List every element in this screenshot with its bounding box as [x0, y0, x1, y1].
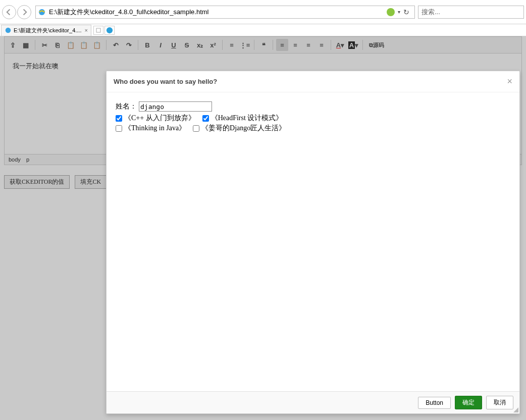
name-input[interactable] — [139, 101, 212, 112]
dialog-title: Who does you want to say hello? — [114, 78, 217, 85]
dialog-footer: Button 确定 取消 — [107, 391, 519, 413]
resize-grip[interactable] — [512, 406, 518, 412]
option-1-label: 《C++ 从入门到放弃》 — [124, 114, 195, 123]
security-icon — [387, 8, 395, 16]
search-placeholder: 搜索... — [422, 8, 440, 17]
tab-strip: E:\新建文件夹\ckeditor_4.... × — [0, 24, 526, 36]
svg-rect-2 — [96, 28, 100, 32]
forward-button[interactable] — [17, 5, 31, 19]
option-2-checkbox[interactable] — [202, 115, 209, 122]
address-bar[interactable]: E:\新建文件夹\ckeditor_4.8.0_full\ckeditor_sa… — [35, 6, 415, 19]
search-input[interactable]: 搜索... — [418, 6, 524, 19]
option-4-label: 《姜哥的Django匠人生活》 — [201, 124, 286, 133]
name-label: 姓名： — [116, 102, 137, 111]
dialog-header: Who does you want to say hello? × — [107, 71, 519, 92]
dialog: Who does you want to say hello? × 姓名： 《C… — [106, 71, 520, 414]
option-3-label: 《Thinking in Java》 — [124, 124, 186, 133]
refresh-icon[interactable]: ↻ — [403, 8, 409, 16]
tab-label: E:\新建文件夹\ckeditor_4.... — [14, 27, 81, 34]
ie-icon — [5, 27, 12, 34]
option-3-checkbox[interactable] — [116, 125, 122, 132]
url-text: E:\新建文件夹\ckeditor_4.8.0_full\ckeditor_sa… — [49, 8, 208, 17]
option-2-label: 《HeadFirst 设计模式》 — [211, 114, 283, 123]
dropdown-icon[interactable]: ▾ — [398, 9, 400, 15]
option-4-checkbox[interactable] — [193, 125, 199, 132]
browser-tab[interactable]: E:\新建文件夹\ckeditor_4.... × — [1, 25, 91, 36]
ie-icon — [38, 8, 46, 16]
close-icon[interactable]: × — [84, 27, 87, 33]
svg-point-3 — [107, 27, 113, 33]
browser-toolbar: E:\新建文件夹\ckeditor_4.8.0_full\ckeditor_sa… — [0, 0, 526, 24]
button-generic[interactable]: Button — [418, 397, 451, 409]
address-bar-controls: ▾ ↻ — [387, 8, 409, 16]
edge-icon[interactable] — [104, 26, 115, 35]
new-tab-button[interactable] — [93, 26, 103, 35]
option-1-checkbox[interactable] — [116, 115, 122, 122]
close-icon[interactable]: × — [507, 76, 512, 87]
ok-button[interactable]: 确定 — [455, 396, 482, 409]
svg-point-1 — [6, 28, 11, 33]
cancel-button[interactable]: 取消 — [486, 396, 513, 409]
dialog-body: 姓名： 《C++ 从入门到放弃》 《HeadFirst 设计模式》 《Think… — [107, 92, 519, 391]
back-button[interactable] — [2, 5, 16, 19]
